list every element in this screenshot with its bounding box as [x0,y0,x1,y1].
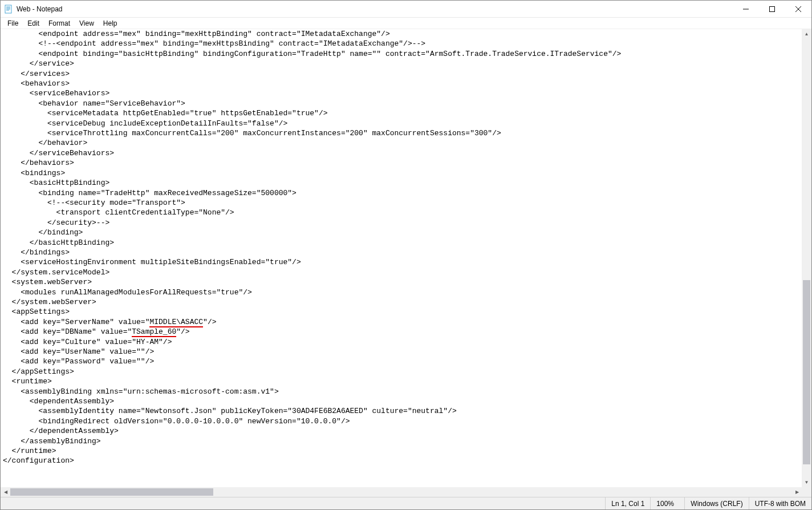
scroll-right-arrow-icon[interactable]: ▶ [792,487,802,497]
menu-view[interactable]: View [75,18,99,29]
vertical-scroll-thumb[interactable] [803,280,810,464]
scroll-down-arrow-icon[interactable]: ▼ [802,477,811,487]
svg-rect-6 [770,6,775,11]
notepad-icon [4,5,13,14]
horizontal-scroll-thumb[interactable] [10,488,213,496]
text-editor[interactable]: <endpoint address="mex" binding="mexHttp… [1,29,802,487]
status-zoom: 100% [650,497,684,509]
maximize-button[interactable] [759,1,785,17]
minimize-button[interactable] [733,1,759,17]
status-lineending: Windows (CRLF) [684,497,748,509]
vertical-scrollbar[interactable]: ▲ ▼ [802,29,811,487]
status-encoding: UTF-8 with BOM [749,497,811,509]
menu-edit[interactable]: Edit [23,18,44,29]
horizontal-scrollbar[interactable]: ◀ ▶ [1,487,802,497]
scroll-corner [802,487,811,497]
titlebar: Web - Notepad [1,1,811,18]
menu-help[interactable]: Help [99,18,122,29]
scroll-up-arrow-icon[interactable]: ▲ [802,29,811,39]
editor-area: <endpoint address="mex" binding="mexHttp… [1,29,811,497]
statusbar: Ln 1, Col 1 100% Windows (CRLF) UTF-8 wi… [1,497,811,509]
close-button[interactable] [785,1,811,17]
menu-format[interactable]: Format [44,18,75,29]
scroll-left-arrow-icon[interactable]: ◀ [1,487,10,497]
status-position: Ln 1, Col 1 [605,497,650,509]
window-controls [733,1,811,17]
menu-file[interactable]: File [3,18,23,29]
window-title: Web - Notepad [17,5,63,13]
horizontal-scroll-track[interactable] [10,487,792,497]
vertical-scroll-track[interactable] [802,39,811,477]
menubar: File Edit Format View Help [1,18,811,29]
